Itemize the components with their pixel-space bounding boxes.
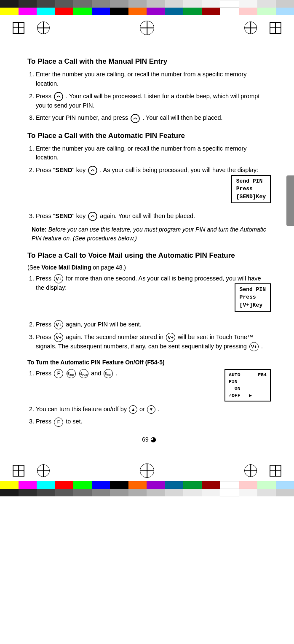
send-icon-3 [88,166,97,175]
up-arrow-btn: ▲ [129,405,137,414]
step-text: or [139,406,147,412]
reg-corner-tr [270,22,281,34]
color-bar-top [0,8,294,15]
step-content: Press F 5JKL 4GHI and 5JKL . [36,369,219,378]
reg-mark-bl [37,464,50,477]
list-item: Press F 5JKL 4GHI and 5JKL . AUTOF54 PIN… [36,369,271,401]
main-content: To Place a Call with the Manual PIN Entr… [0,40,294,460]
list-item: Press "SEND" key again. Your call will t… [36,212,271,221]
step-text: Enter the number you are calling, or rec… [36,71,246,87]
reg-corner-tl [13,22,24,34]
reg-mark-br [244,464,257,477]
list-item: Press V+ again, your PIN will be sent. [36,320,271,329]
section-automatic-title: To Place a Call with the Automatic PIN F… [27,132,271,140]
step-text: . [158,406,159,412]
send-pin-display-2: Send PIN Press [V+]Key [235,283,271,312]
section-voicemail-title: To Place a Call to Voice Mail using the … [27,251,271,260]
v-plus-button-3: V+ [54,333,63,342]
moon-icon: ◕ [150,436,156,443]
step-text: . [261,343,263,350]
step-text: again. Your call will then be placed. [100,213,195,219]
list-item: Enter the number you are calling, or rec… [36,144,271,163]
page-number: 69 ◕ [27,435,271,443]
v-plus-button-1: V+ [54,274,63,283]
step-text: Press [36,321,53,328]
section-voicemail-steps: Press V+ for more than one second. As yo… [36,274,271,351]
send-icon-4 [88,212,97,221]
send-icon [54,92,63,101]
step-text: Press [36,334,53,340]
reg-mark-bc [140,463,154,478]
list-item: Press "SEND" key . As your call is being… [36,166,271,208]
step-text: again, your PIN will be sent. [66,321,142,328]
step-text: Press "SEND" key [36,167,87,173]
step-text: Press [36,93,53,100]
step-text: Enter the number you are calling, or rec… [36,145,246,161]
gray-gradient-bar [0,0,294,8]
list-item: Press V+ for more than one second. As yo… [36,274,271,317]
sidebar-tab [286,175,294,226]
v-plus-button-5: V+ [249,342,259,351]
reg-marks-top [0,15,294,40]
reg-corner-bl [13,465,24,477]
section-manual: To Place a Call with the Manual PIN Entr… [27,57,271,123]
step-text: Press [36,370,53,377]
step-text: for more than one second. As your call i… [36,275,261,291]
svg-point-0 [54,92,63,101]
step-text: . Your call will be processed. Listen fo… [36,93,259,109]
svg-point-2 [88,166,97,175]
f-button-set: F [54,418,63,427]
and-text: and [91,370,101,377]
step-text: Enter your PIN number, and press [36,114,130,121]
send-icon-2 [131,114,140,123]
five-jkl-button-1: 5JKL [67,369,76,378]
step-text: Press [36,275,53,282]
reg-marks-bottom [0,460,294,481]
note-automatic: Note: Before you can use this feature, y… [32,225,271,243]
period: . [115,370,117,377]
gray-gradient-bar-bottom [0,489,294,496]
step-text: You can turn this feature on/off by [36,406,128,412]
step-text: . As your call is being processed, you w… [100,167,258,173]
section-manual-title: To Place a Call with the Manual PIN Entr… [27,57,271,66]
five-jkl-button-2: 5JKL [104,369,113,378]
v-plus-button-4: V+ [166,333,175,342]
send-pin-display-1: Send PIN Press [SEND]Key [231,175,271,203]
step-text: to set. [66,418,83,425]
four-ghi-button: 4GHI [79,369,88,378]
list-item: You can turn this feature on/off by ▲ or… [36,405,271,414]
list-item: Press F to set. [36,417,271,426]
list-item: Press . Your call will be processed. Lis… [36,92,271,110]
reg-corner-br [270,465,281,477]
note-text: Before you can use this feature, you mus… [32,226,266,242]
step-text: Press [36,418,53,425]
section-toggle-steps: Press F 5JKL 4GHI and 5JKL . AUTOF54 PIN… [36,369,271,426]
step-text: again. The second number stored in [66,334,165,340]
section-voicemail-subtitle: (See Voice Mail Dialing on page 48.) [27,264,271,271]
f-button: F [54,369,63,378]
section-manual-steps: Enter the number you are calling, or rec… [36,70,271,123]
reg-mark-center [140,21,154,35]
list-item: Enter the number you are calling, or rec… [36,70,271,89]
voice-mail-link: Voice Mail Dialing [41,264,91,271]
section-toggle: To Turn the Automatic PIN Feature On/Off… [27,359,271,426]
down-arrow-btn: ▼ [147,405,155,414]
list-item: Enter your PIN number, and press . Your … [36,113,271,123]
step-text: Press "SEND" key [36,213,87,219]
section-toggle-title: To Turn the Automatic PIN Feature On/Off… [27,359,271,366]
reg-mark-right [244,22,257,34]
color-bar-bottom [0,481,294,489]
v-plus-button-2: V+ [54,320,63,329]
section-automatic-steps: Enter the number you are calling, or rec… [36,144,271,221]
section-automatic: To Place a Call with the Automatic PIN F… [27,132,271,243]
section-voicemail: To Place a Call to Voice Mail using the … [27,251,271,351]
svg-point-1 [131,114,139,123]
step-text: . Your call will then be placed. [142,114,222,121]
reg-mark-left [37,22,50,34]
auto-pin-display: AUTOF54 PIN ON ✓OFF ▶ [225,369,271,401]
list-item: Press V+ again. The second number stored… [36,333,271,351]
svg-point-3 [88,212,97,221]
